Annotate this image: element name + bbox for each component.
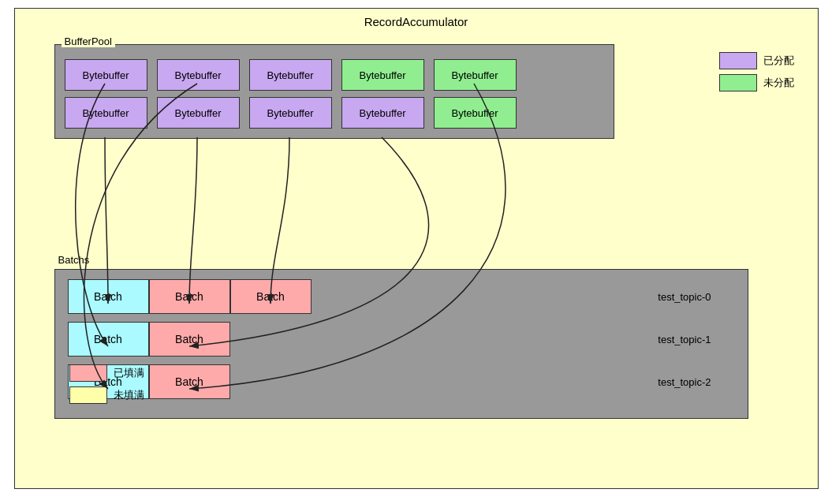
batch-r0c1: Batch <box>149 279 230 314</box>
bytebuffer-r1c5: Bytebuffer <box>434 59 517 91</box>
batch-r2c1: Batch <box>149 364 230 399</box>
batchs-container: Batchs Batch Batch Batch test_topic-0 Ba… <box>54 269 748 419</box>
bufferpool-row-1: Bytebuffer Bytebuffer Bytebuffer Bytebuf… <box>65 59 604 91</box>
legend-allocated-box <box>719 52 757 69</box>
bufferpool-rows: Bytebuffer Bytebuffer Bytebuffer Bytebuf… <box>65 59 604 129</box>
legend-allocated: 已分配 <box>719 52 794 69</box>
legend-filled: 已填满 <box>69 364 144 382</box>
legend-unfilled-box <box>69 386 107 404</box>
main-container: RecordAccumulator 已分配 未分配 BufferPool Byt… <box>14 8 819 489</box>
legend-unallocated-box <box>719 74 757 91</box>
batch-r0c0: Batch <box>68 279 149 314</box>
bufferpool-label: BufferPool <box>62 35 115 47</box>
page-title: RecordAccumulator <box>15 9 818 32</box>
legend-filled-label: 已填满 <box>114 366 144 380</box>
batch-row-0: Batch Batch Batch test_topic-0 <box>68 279 735 314</box>
bytebuffer-r2c1: Bytebuffer <box>65 97 147 129</box>
batch-r1c1: Batch <box>149 322 230 357</box>
bytebuffer-r1c4: Bytebuffer <box>341 59 424 91</box>
bytebuffer-r1c1: Bytebuffer <box>65 59 147 91</box>
bufferpool-container: BufferPool Bytebuffer Bytebuffer Bytebuf… <box>54 44 614 139</box>
legend-allocated-label: 已分配 <box>763 54 794 68</box>
legend-filled-box <box>69 364 107 382</box>
topic-1-label: test_topic-1 <box>658 334 734 345</box>
bytebuffer-r1c3: Bytebuffer <box>249 59 332 91</box>
legend-unfilled: 未填满 <box>69 386 144 404</box>
topic-0-label: test_topic-0 <box>658 291 734 303</box>
batch-r0c2: Batch <box>230 279 312 314</box>
topic-2-label: test_topic-2 <box>658 376 734 388</box>
legend-unallocated-label: 未分配 <box>763 76 794 90</box>
batchs-label: Batchs <box>55 254 93 266</box>
bytebuffer-r2c2: Bytebuffer <box>157 97 240 129</box>
bytebuffer-r2c5: Bytebuffer <box>434 97 517 129</box>
legend-top: 已分配 未分配 <box>719 52 794 91</box>
legend-unallocated: 未分配 <box>719 74 794 91</box>
bytebuffer-r1c2: Bytebuffer <box>157 59 240 91</box>
legend-bottom: 已填满 未填满 <box>69 364 144 404</box>
batch-row-1: Batch Batch test_topic-1 <box>68 322 735 357</box>
bytebuffer-r2c4: Bytebuffer <box>341 97 424 129</box>
batch-row-2: Batch Batch test_topic-2 <box>68 364 735 399</box>
bufferpool-row-2: Bytebuffer Bytebuffer Bytebuffer Bytebuf… <box>65 97 604 129</box>
bytebuffer-r2c3: Bytebuffer <box>249 97 332 129</box>
legend-unfilled-label: 未填满 <box>114 388 144 402</box>
batch-r1c0: Batch <box>68 322 149 357</box>
